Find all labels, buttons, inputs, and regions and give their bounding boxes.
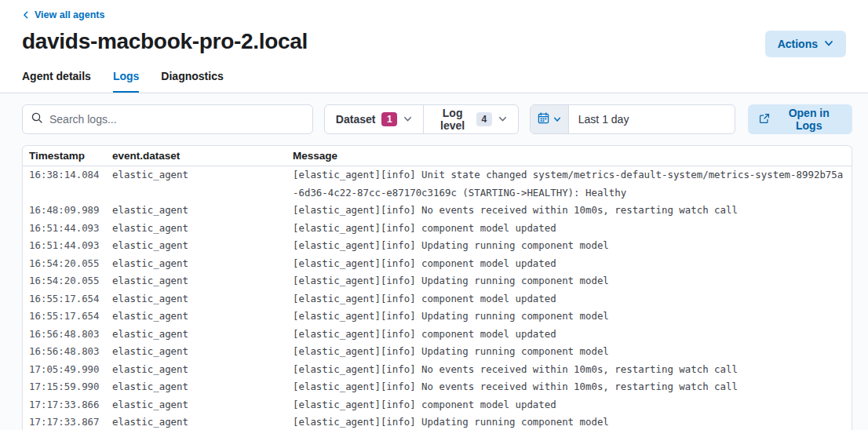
log-message: [elastic_agent][info] Updating running c…: [293, 272, 852, 290]
actions-button-label: Actions: [778, 38, 818, 50]
log-timestamp: 16:51:44.093: [23, 220, 112, 238]
tab-bar: Agent details Logs Diagnostics: [22, 70, 846, 93]
back-link-label: View all agents: [35, 9, 104, 20]
log-timestamp: 16:55:17.654: [23, 290, 112, 308]
table-row: 16:55:17.654 elastic_agent [elastic_agen…: [23, 308, 852, 326]
log-event-dataset: elastic_agent: [112, 343, 293, 361]
log-event-dataset: elastic_agent: [112, 290, 293, 308]
log-timestamp: 16:48:09.989: [23, 202, 112, 220]
log-event-dataset: elastic_agent: [112, 237, 293, 255]
log-message: [elastic_agent][info] component model up…: [293, 326, 852, 344]
table-row: 17:17:33.867 elastic_agent [elastic_agen…: [23, 414, 852, 430]
log-timestamp: 17:17:33.866: [23, 396, 112, 414]
log-timestamp: 16:54:20.055: [23, 255, 112, 273]
log-event-dataset: elastic_agent: [112, 361, 293, 379]
filter-group: Dataset 1 Log level 4: [324, 104, 519, 134]
log-timestamp: 17:05:49.990: [23, 361, 112, 379]
table-row: 16:54:20.055 elastic_agent [elastic_agen…: [23, 255, 852, 273]
log-event-dataset: elastic_agent: [112, 396, 293, 414]
log-timestamp: 17:15:59.990: [23, 378, 112, 396]
title-row: davids-macbook-pro-2.local Actions: [22, 29, 846, 57]
page-title: davids-macbook-pro-2.local: [22, 29, 308, 54]
log-message: [elastic_agent][info] No events received…: [293, 361, 852, 379]
table-row: 17:05:49.990 elastic_agent [elastic_agen…: [23, 361, 852, 379]
log-message: [elastic_agent][info] component model up…: [293, 396, 852, 414]
logs-toolbar: Dataset 1 Log level 4: [22, 104, 852, 134]
log-table-header: Timestamp event.dataset Message: [23, 146, 852, 166]
log-timestamp: 16:55:17.654: [23, 308, 112, 326]
agent-logs-page: View all agents davids-macbook-pro-2.loc…: [0, 0, 868, 430]
log-message: [elastic_agent][info] Updating running c…: [293, 343, 852, 361]
log-message: [elastic_agent][info] No events received…: [293, 378, 852, 396]
date-quick-select-button[interactable]: [531, 105, 569, 133]
dataset-filter-count-badge: 1: [381, 112, 397, 126]
log-timestamp: 16:51:44.093: [23, 237, 112, 255]
table-row: 16:51:44.093 elastic_agent [elastic_agen…: [23, 220, 852, 238]
log-event-dataset: elastic_agent: [112, 326, 293, 344]
chevron-down-icon: [498, 113, 507, 126]
actions-button[interactable]: Actions: [765, 31, 846, 57]
log-message: [elastic_agent][info] Unit state changed…: [293, 166, 852, 202]
log-timestamp: 16:54:20.055: [23, 272, 112, 290]
table-row: 17:17:33.866 elastic_agent [elastic_agen…: [23, 396, 852, 414]
log-table-body: 16:38:14.084 elastic_agent [elastic_agen…: [23, 166, 852, 430]
date-range-picker: Last 1 day: [530, 104, 736, 134]
table-row: 16:38:14.084 elastic_agent [elastic_agen…: [23, 166, 852, 202]
column-header-message: Message: [293, 150, 852, 162]
table-row: 16:56:48.803 elastic_agent [elastic_agen…: [23, 326, 852, 344]
dataset-filter-label: Dataset: [336, 113, 376, 126]
log-level-filter-count-badge: 4: [476, 112, 492, 126]
column-header-timestamp: Timestamp: [23, 150, 112, 162]
log-event-dataset: elastic_agent: [112, 378, 293, 396]
log-event-dataset: elastic_agent: [112, 255, 293, 273]
log-message: [elastic_agent][info] component model up…: [293, 290, 852, 308]
column-header-event-dataset: event.dataset: [112, 150, 293, 162]
open-in-logs-label: Open in Logs: [776, 107, 841, 132]
log-level-filter-label: Log level: [435, 107, 469, 132]
chevron-down-icon: [824, 38, 833, 50]
table-row: 16:51:44.093 elastic_agent [elastic_agen…: [23, 237, 852, 255]
open-in-logs-button[interactable]: Open in Logs: [748, 104, 852, 134]
log-message: [elastic_agent][info] Updating running c…: [293, 308, 852, 326]
external-link-icon: [759, 113, 770, 126]
page-header: View all agents davids-macbook-pro-2.loc…: [0, 0, 868, 93]
chevron-down-icon: [403, 113, 412, 126]
table-row: 17:15:59.990 elastic_agent [elastic_agen…: [23, 378, 852, 396]
table-row: 16:55:17.654 elastic_agent [elastic_agen…: [23, 290, 852, 308]
log-event-dataset: elastic_agent: [112, 202, 293, 220]
search-box: [22, 104, 313, 134]
date-range-value[interactable]: Last 1 day: [569, 105, 735, 133]
log-message: [elastic_agent][info] No events received…: [293, 202, 852, 220]
log-event-dataset: elastic_agent: [112, 272, 293, 290]
chevron-down-icon: [553, 114, 561, 126]
log-event-dataset: elastic_agent: [112, 220, 293, 238]
table-row: 16:56:48.803 elastic_agent [elastic_agen…: [23, 343, 852, 361]
log-event-dataset: elastic_agent: [112, 414, 293, 430]
logs-content: Dataset 1 Log level 4: [0, 93, 868, 430]
log-timestamp: 16:38:14.084: [23, 166, 112, 184]
log-timestamp: 17:17:33.867: [23, 414, 112, 430]
calendar-icon: [538, 112, 549, 126]
tab-diagnostics[interactable]: Diagnostics: [161, 70, 223, 93]
log-event-dataset: elastic_agent: [112, 166, 293, 184]
log-message: [elastic_agent][info] Updating running c…: [293, 237, 852, 255]
view-all-agents-link[interactable]: View all agents: [22, 9, 104, 20]
log-message: [elastic_agent][info] component model up…: [293, 255, 852, 273]
log-event-dataset: elastic_agent: [112, 308, 293, 326]
chevron-left-icon: [22, 11, 30, 19]
search-input[interactable]: [49, 113, 305, 126]
log-level-filter-button[interactable]: Log level 4: [423, 105, 517, 133]
log-timestamp: 16:56:48.803: [23, 343, 112, 361]
table-row: 16:54:20.055 elastic_agent [elastic_agen…: [23, 272, 852, 290]
dataset-filter-button[interactable]: Dataset 1: [325, 105, 424, 133]
tab-logs[interactable]: Logs: [113, 70, 139, 93]
log-table-panel: Timestamp event.dataset Message 16:38:14…: [22, 145, 852, 430]
log-timestamp: 16:56:48.803: [23, 326, 112, 344]
table-row: 16:48:09.989 elastic_agent [elastic_agen…: [23, 202, 852, 220]
log-message: [elastic_agent][info] Updating running c…: [293, 414, 852, 430]
search-icon: [31, 111, 43, 127]
log-message: [elastic_agent][info] component model up…: [293, 220, 852, 238]
tab-agent-details[interactable]: Agent details: [22, 70, 91, 93]
